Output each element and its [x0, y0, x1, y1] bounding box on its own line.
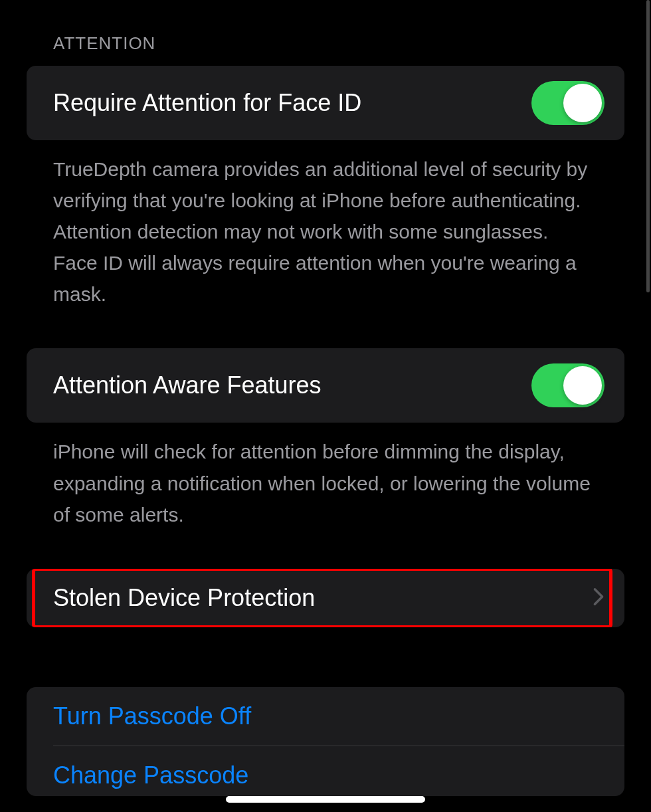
require-attention-description: TrueDepth camera provides an additional …	[27, 140, 624, 310]
change-passcode-cell[interactable]: Change Passcode	[27, 746, 624, 796]
attention-aware-label: Attention Aware Features	[53, 371, 322, 399]
attention-aware-description: iPhone will check for attention before d…	[27, 423, 624, 530]
scrollbar[interactable]	[646, 0, 650, 292]
attention-aware-group: Attention Aware Features	[27, 348, 624, 423]
attention-section-header: ATTENTION	[27, 33, 624, 66]
attention-aware-toggle[interactable]	[531, 363, 604, 407]
require-attention-group: Require Attention for Face ID	[27, 66, 624, 140]
settings-page: ATTENTION Require Attention for Face ID …	[0, 0, 651, 796]
require-attention-toggle[interactable]	[531, 81, 604, 125]
turn-passcode-off-label: Turn Passcode Off	[53, 702, 251, 730]
toggle-knob	[563, 84, 602, 122]
turn-passcode-off-cell[interactable]: Turn Passcode Off	[27, 687, 624, 746]
stolen-device-group: Stolen Device Protection	[27, 569, 624, 627]
stolen-device-cell[interactable]: Stolen Device Protection	[27, 569, 624, 627]
home-indicator[interactable]	[226, 796, 425, 803]
chevron-right-icon	[593, 584, 604, 612]
change-passcode-label: Change Passcode	[53, 761, 248, 789]
passcode-group: Turn Passcode Off Change Passcode	[27, 687, 624, 796]
toggle-knob	[563, 366, 602, 405]
require-attention-label: Require Attention for Face ID	[53, 89, 361, 117]
attention-aware-cell[interactable]: Attention Aware Features	[27, 348, 624, 423]
stolen-device-label: Stolen Device Protection	[53, 584, 315, 612]
require-attention-cell[interactable]: Require Attention for Face ID	[27, 66, 624, 140]
